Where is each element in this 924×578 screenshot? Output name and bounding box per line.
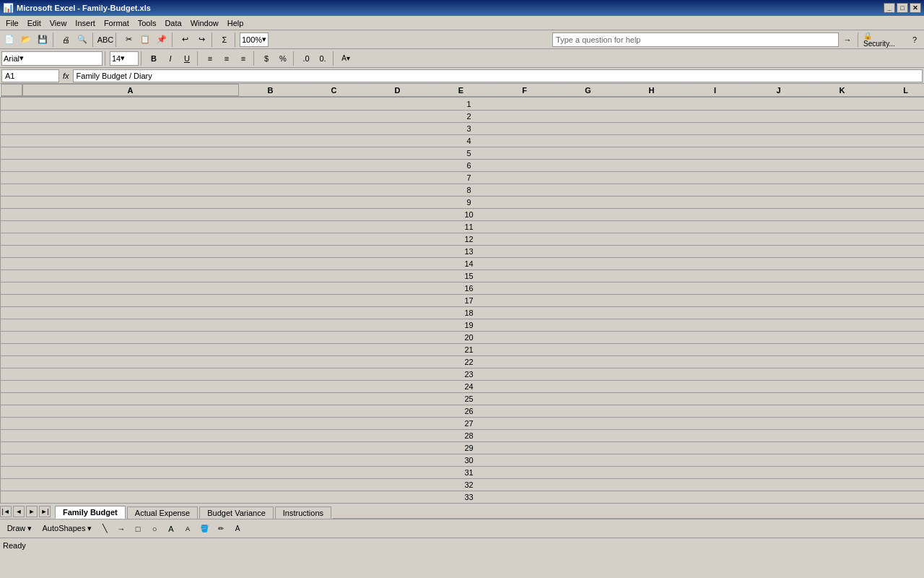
sheet-tab-instructions[interactable]: Instructions [275, 506, 331, 519]
col-header-i[interactable]: I [684, 84, 747, 96]
data-table: A B C D E F G H I J K L 1Family Budget /… [0, 84, 924, 503]
draw-button[interactable]: Draw ▾ [1, 522, 38, 536]
arrow-button[interactable]: → [113, 522, 129, 536]
table-row: 7Fruits and vegetables454545454545454545… [1, 172, 925, 184]
font-dropdown[interactable]: Arial ▾ [1, 51, 103, 66]
fontsize-dropdown[interactable]: 14 ▾ [110, 51, 139, 66]
formula-input[interactable]: Family Budget / Diary [73, 69, 923, 82]
underline-button[interactable]: U [179, 51, 195, 66]
bold-button[interactable]: B [146, 51, 162, 66]
cut-button[interactable]: ✂ [121, 33, 136, 47]
table-row: 11Total Food4654654654654654654654654654… [1, 221, 925, 233]
sheet-tab-actual-expense[interactable]: Actual Expense [127, 506, 198, 519]
zoom-dropdown[interactable]: 100% ▾ [240, 33, 269, 47]
tab-last-button[interactable]: ►| [39, 506, 51, 517]
row-number: 5 [1, 147, 925, 160]
row-number: 26 [1, 405, 925, 418]
col-header-b[interactable]: B [239, 84, 302, 96]
sum-button[interactable]: Σ [217, 33, 232, 47]
col-header-e[interactable]: E [430, 84, 493, 96]
column-header-row: A B C D E F G H I J K L [1, 84, 925, 97]
help-button[interactable]: ? [907, 33, 923, 47]
open-button[interactable]: 📂 [18, 33, 34, 47]
spreadsheet-grid[interactable]: A B C D E F G H I J K L 1Family Budget /… [0, 84, 924, 503]
redo-button[interactable]: ↪ [193, 33, 209, 47]
help-placeholder: Type a question for help [556, 35, 640, 44]
autoshapes-button[interactable]: AutoShapes ▾ [38, 522, 96, 536]
font-color-btn2[interactable]: A [230, 522, 245, 536]
help-input[interactable]: Type a question for help [552, 33, 839, 47]
line-color-button[interactable]: ✏ [213, 522, 229, 536]
font-name: Arial [4, 54, 19, 63]
font-size: 14 [112, 54, 121, 63]
fill-color-button[interactable]: 🪣 [196, 522, 212, 536]
sheet-tab-budget-variance[interactable]: Budget Variance [199, 506, 274, 519]
line-button[interactable]: ╲ [97, 522, 113, 536]
col-header-a[interactable]: A [22, 84, 239, 96]
sheet-tab-bar: |◄ ◄ ► ►| Family BudgetActual ExpenseBud… [0, 503, 924, 519]
rect-button[interactable]: □ [130, 522, 146, 536]
menu-window[interactable]: Window [186, 17, 223, 29]
menu-tools[interactable]: Tools [134, 17, 161, 29]
tab-next-button[interactable]: ► [26, 506, 38, 517]
minimize-button[interactable]: _ [884, 3, 895, 13]
italic-button[interactable]: I [162, 51, 178, 66]
row-number: 16 [1, 282, 925, 295]
menu-help[interactable]: Help [223, 17, 248, 29]
col-header-l[interactable]: L [874, 84, 925, 96]
close-button[interactable]: ✕ [910, 3, 921, 13]
new-button[interactable]: 📄 [1, 33, 17, 47]
restore-button[interactable]: □ [897, 3, 908, 13]
decrease-decimal-button[interactable]: 0. [315, 51, 331, 66]
undo-button[interactable]: ↩ [177, 33, 193, 47]
col-header-g[interactable]: G [557, 84, 620, 96]
col-header-f[interactable]: F [493, 84, 557, 96]
tab-prev-button[interactable]: ◄ [13, 506, 25, 517]
help-search-button[interactable]: → [840, 33, 855, 47]
menu-format[interactable]: Format [100, 17, 134, 29]
table-row: 18Household furnishings and equipment125… [1, 307, 925, 319]
menu-data[interactable]: Data [160, 17, 186, 29]
window-controls[interactable]: _ □ ✕ [884, 3, 921, 13]
sheet-tab-family-budget[interactable]: Family Budget [55, 506, 126, 519]
fx-label: fx [61, 72, 71, 80]
align-right-button[interactable]: ≡ [235, 51, 251, 66]
align-left-button[interactable]: ≡ [202, 51, 218, 66]
col-header-c[interactable]: C [302, 84, 366, 96]
print-preview-button[interactable]: 🔍 [74, 33, 90, 47]
cell-reference[interactable]: A1 [1, 69, 59, 82]
oval-button[interactable]: ○ [147, 522, 162, 536]
copy-button[interactable]: 📋 [137, 33, 153, 47]
save-button[interactable]: 💾 [35, 33, 51, 47]
zoom-arrow: ▾ [262, 35, 266, 44]
align-center-button[interactable]: ≡ [219, 51, 235, 66]
table-row: 29Personal care products and services454… [1, 442, 925, 454]
col-header-j[interactable]: J [747, 84, 811, 96]
menu-insert[interactable]: Insert [71, 17, 100, 29]
col-header-d[interactable]: D [366, 84, 430, 96]
menu-view[interactable]: View [45, 17, 71, 29]
increase-decimal-button[interactable]: .0 [298, 51, 314, 66]
col-header-h[interactable]: H [620, 84, 684, 96]
separator [858, 33, 860, 47]
toolbar-formatting: Arial ▾ 14 ▾ B I U ≡ ≡ ≡ $ % .0 0. A▾ [0, 49, 924, 68]
table-row: 2Food [1, 111, 925, 123]
textbox-button[interactable]: A [163, 522, 179, 536]
menu-file[interactable]: File [1, 17, 23, 29]
font-color-button[interactable]: A▾ [338, 51, 354, 66]
tab-first-button[interactable]: |◄ [0, 506, 12, 517]
paste-button[interactable]: 📌 [154, 33, 170, 47]
col-header-k[interactable]: K [811, 84, 874, 96]
menu-edit[interactable]: Edit [23, 17, 45, 29]
tab-nav: |◄ ◄ ► ►| [0, 506, 55, 517]
currency-button[interactable]: $ [258, 51, 274, 66]
percent-button[interactable]: % [275, 51, 291, 66]
print-button[interactable]: 🖨 [58, 33, 74, 47]
row-number: 29 [1, 442, 925, 454]
security-button[interactable]: 🔒 Security... [863, 33, 906, 47]
wordart-button[interactable]: A [180, 522, 196, 536]
table-row: 14Shelter6506506506506506506506506506506… [1, 258, 925, 270]
spell-check-button[interactable]: ABC [97, 33, 113, 47]
table-row: 21Transportation [1, 344, 925, 356]
row-number: 7 [1, 172, 925, 184]
